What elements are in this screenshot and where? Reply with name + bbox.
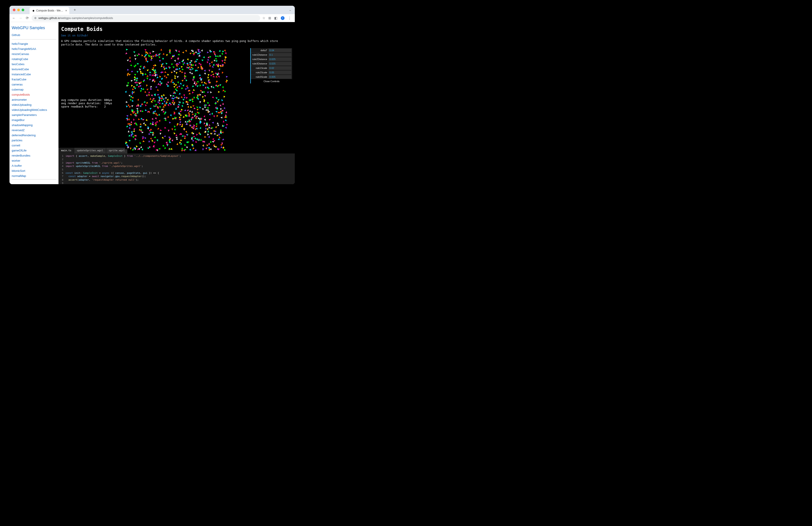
boid-particle	[157, 89, 160, 91]
boid-particle	[191, 110, 193, 113]
boid-particle	[172, 100, 174, 102]
boid-particle	[205, 83, 207, 85]
gui-value-input[interactable]: 0.025	[269, 62, 291, 65]
sidebar-item-gameOfLife[interactable]: gameOfLife	[12, 148, 56, 153]
boid-particle	[149, 98, 151, 100]
code-tab-sprite-wgsl[interactable]: sprite.wgsl	[106, 148, 128, 154]
boid-particle	[157, 128, 159, 130]
sidebar-item-computeBoids[interactable]: computeBoids	[12, 92, 56, 97]
boid-particle	[157, 139, 159, 142]
github-source-link[interactable]: See it on Github!	[58, 34, 295, 39]
boid-particle	[145, 124, 147, 127]
boid-particle	[211, 112, 213, 115]
forward-button[interactable]: →	[18, 16, 23, 20]
kebab-menu-icon[interactable]: ⋮	[288, 16, 291, 20]
sidebar-item-samplerParameters[interactable]: samplerParameters	[12, 112, 56, 117]
browser-tab[interactable]: ◆ Compute Boids - WebGPU Sa ×	[30, 7, 69, 14]
boid-particle	[152, 121, 154, 123]
code-body[interactable]: 1import { assert, makeSample, SampleInit…	[58, 154, 295, 184]
sidebar-item-A-buffer[interactable]: A-buffer	[12, 163, 56, 168]
sidebar-item-cameras[interactable]: cameras	[12, 82, 56, 87]
boid-particle	[180, 87, 183, 90]
sidebar-item-instancedCube[interactable]: instancedCube	[12, 72, 56, 77]
gui-value-input[interactable]: 0.02	[269, 66, 291, 70]
new-tab-button[interactable]: +	[72, 7, 78, 13]
boid-particle	[144, 136, 146, 139]
sidebar-item-videoUploading[interactable]: videoUploading	[12, 102, 56, 107]
boid-particle	[131, 93, 133, 95]
sidebar-item-deferredRendering[interactable]: deferredRendering	[12, 133, 56, 138]
sidebar-item-twoCubes[interactable]: twoCubes	[12, 61, 56, 67]
sidebar-item-cornell[interactable]: cornell	[12, 143, 56, 148]
boid-particle	[182, 101, 184, 104]
browser-window: ◆ Compute Boids - WebGPU Sa × + ⌄ ← → ⟳ …	[10, 6, 295, 184]
sidebar-item-videoUploadingWebCodecs[interactable]: videoUploadingWebCodecs	[12, 107, 56, 112]
sidebar-item-helloTriangleMSAA[interactable]: helloTriangleMSAA	[12, 46, 56, 52]
stats-overlay: avg compute pass duration: 886µs avg ren…	[61, 99, 112, 109]
boid-particle	[224, 61, 227, 64]
sidebar-item-animometer[interactable]: animometer	[12, 97, 56, 102]
sidebar-item-reversedZ[interactable]: reversedZ	[12, 128, 56, 133]
boid-particle	[150, 94, 153, 97]
sidebar-github-link[interactable]: Github	[12, 32, 56, 39]
sidebar-title[interactable]: WebGPU Samples	[12, 26, 56, 32]
sidebar-item-texturedCube[interactable]: texturedCube	[12, 67, 56, 72]
bookmark-star-icon[interactable]: ☆	[262, 16, 265, 20]
sidebar-item-worker[interactable]: worker	[12, 158, 56, 163]
boid-particle	[148, 79, 151, 81]
boid-particle	[165, 62, 168, 65]
boid-particle	[197, 81, 199, 83]
gui-value-input[interactable]: 0.005	[269, 75, 291, 79]
side-panel-icon[interactable]: ◧	[274, 16, 277, 20]
sidebar-divider	[12, 179, 56, 180]
close-controls-button[interactable]: Close Controls	[251, 79, 292, 84]
boid-particle	[169, 141, 172, 144]
code-line: 6const init: SampleInit = async ({ canva…	[58, 171, 295, 175]
code-tab-updateSprites-wgsl[interactable]: updateSprites.wgsl	[74, 148, 106, 154]
back-button[interactable]: ←	[12, 16, 16, 20]
sidebar-item-shadowMapping[interactable]: shadowMapping	[12, 123, 56, 128]
boid-particle	[192, 139, 194, 142]
boid-particle	[191, 113, 194, 116]
gui-value-input[interactable]: 0.1	[269, 53, 291, 57]
sidebar: WebGPU Samples Github helloTrianglehello…	[10, 22, 58, 184]
address-bar[interactable]: ⚙ webgpu.github.io/webgpu-samples/sample…	[31, 15, 260, 21]
sidebar-item-normalMap[interactable]: normalMap	[12, 173, 56, 179]
boid-particle	[143, 80, 145, 81]
boid-particle	[172, 56, 174, 58]
boid-particle	[211, 127, 214, 129]
minimize-window-button[interactable]	[17, 9, 20, 11]
sidebar-item-fractalCube[interactable]: fractalCube	[12, 77, 56, 82]
boid-particle	[156, 76, 158, 79]
gui-value-input[interactable]: 0.04	[269, 48, 291, 52]
profile-avatar[interactable]: •	[280, 16, 285, 20]
boid-particle	[220, 99, 223, 101]
boid-particle	[218, 91, 220, 93]
boid-particle	[193, 97, 195, 99]
code-tab-main-ts[interactable]: main.ts	[58, 148, 74, 154]
extensions-icon[interactable]: ⊞	[268, 16, 271, 20]
close-window-button[interactable]	[13, 9, 15, 11]
boid-particle	[220, 105, 222, 107]
sidebar-item-rotatingCube[interactable]: rotatingCube	[12, 57, 56, 61]
boid-particle	[144, 48, 146, 51]
sidebar-item-cubemap[interactable]: cubemap	[12, 87, 56, 92]
sidebar-item-imageBlur[interactable]: imageBlur	[12, 117, 56, 123]
sidebar-item-bitonicSort[interactable]: bitonicSort	[12, 168, 56, 173]
boid-particle	[212, 86, 215, 89]
sidebar-item-helloTriangle[interactable]: helloTriangle	[12, 41, 56, 46]
maximize-window-button[interactable]	[21, 9, 24, 11]
close-tab-icon[interactable]: ×	[65, 9, 67, 12]
boid-particle	[212, 138, 215, 140]
gui-value-input[interactable]: 0.05	[269, 71, 291, 74]
sidebar-item-resizeCanvas[interactable]: resizeCanvas	[12, 52, 56, 57]
sidebar-item-renderBundles[interactable]: renderBundles	[12, 153, 56, 158]
boid-particle	[193, 89, 195, 91]
tab-dropdown-icon[interactable]: ⌄	[289, 9, 293, 12]
sidebar-item-particles[interactable]: particles	[12, 138, 56, 143]
gui-value-input[interactable]: 0.025	[269, 57, 291, 61]
reload-button[interactable]: ⟳	[25, 16, 29, 20]
site-info-icon[interactable]: ⚙	[34, 17, 37, 20]
boid-particle	[212, 73, 215, 75]
boid-particle	[185, 50, 188, 52]
